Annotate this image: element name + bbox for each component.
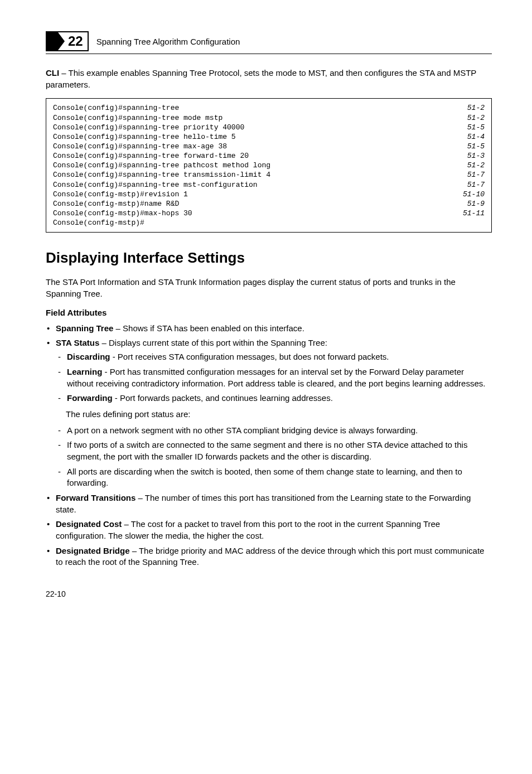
page-header: 22 Spanning Tree Algorithm Configuration [46,31,492,51]
code-line: Console(config)#spanning-tree priority 4… [53,123,485,132]
code-command: Console(config-mstp)#revision 1 [53,190,188,199]
sub-text: - Port receives STA configuration messag… [110,352,389,361]
code-reference [473,218,485,228]
rules-intro: The rules defining port status are: [66,409,492,420]
sub-label: Learning [67,367,102,376]
sta-sub-list: Discarding - Port receives STA configura… [56,351,492,404]
cli-label: CLI [46,68,59,78]
attr-label: Forward Transitions [56,493,136,502]
code-line: Console(config)#spanning-tree forward-ti… [53,151,485,161]
sub-label: Discarding [67,352,110,361]
code-line: Console(config)#spanning-tree transmissi… [53,170,485,180]
rule-text: All ports are discarding when the switch… [67,467,462,488]
code-command: Console(config-mstp)#max-hops 30 [53,209,192,218]
code-command: Console(config)#spanning-tree pathcost m… [53,161,270,170]
list-item: Designated Cost – The cost for a packet … [46,519,492,541]
list-item: Spanning Tree – Shows if STA has been en… [46,323,492,335]
cli-intro: CLI – This example enables Spanning Tree… [46,67,492,90]
code-reference: 51-2 [456,161,485,170]
code-command: Console(config)#spanning-tree mode mstp [53,113,223,123]
list-item: Forwarding - Port forwards packets, and … [56,393,492,404]
code-line: Console(config-mstp)#name R&D51-9 [53,199,485,209]
chapter-title: Spanning Tree Algorithm Configuration [96,37,240,46]
code-line: Console(config)#spanning-tree hello-time… [53,132,485,142]
list-item: STA Status – Displays current state of t… [46,337,492,489]
attr-label: Spanning Tree [56,323,113,333]
code-reference: 51-10 [452,190,485,199]
code-line: Console(config)#spanning-tree mode mstp5… [53,113,485,123]
section-intro: The STA Port Information and STA Trunk I… [46,277,492,299]
code-command: Console(config)#spanning-tree forward-ti… [53,151,249,161]
code-line: Console(config)#spanning-tree pathcost m… [53,161,485,170]
code-reference: 51-2 [456,103,485,113]
rules-list: A port on a network segment with no othe… [56,425,492,489]
code-reference: 51-11 [452,209,485,218]
attr-label: Designated Bridge [56,546,130,555]
chapter-badge: 22 [46,31,89,51]
list-item: All ports are discarding when the switch… [56,466,492,489]
code-command: Console(config-mstp)# [53,218,144,228]
code-reference: 51-2 [456,113,485,123]
code-command: Console(config-mstp)#name R&D [53,199,179,209]
code-command: Console(config)#spanning-tree max-age 38 [53,142,227,151]
attr-text: – Shows if STA has been enabled on this … [113,323,304,333]
code-line: Console(config)#spanning-tree max-age 38… [53,142,485,151]
list-item: If two ports of a switch are connected t… [56,439,492,462]
sub-label: Forwarding [67,393,113,403]
section-heading: Displaying Interface Settings [46,249,492,267]
list-item: A port on a network segment with no othe… [56,425,492,437]
code-line: Console(config-mstp)#revision 151-10 [53,190,485,199]
attr-label: STA Status [56,338,99,347]
sub-text: - Port forwards packets, and continues l… [113,393,333,403]
list-item: Discarding - Port receives STA configura… [56,351,492,363]
code-reference: 51-7 [456,170,485,180]
code-reference: 51-5 [456,123,485,132]
rule-text: A port on a network segment with no othe… [67,425,418,435]
cli-text: – This example enables Spanning Tree Pro… [46,68,476,89]
page-number: 22-10 [46,589,492,598]
code-command: Console(config)#spanning-tree mst-config… [53,180,258,190]
header-divider [46,54,492,54]
code-line: Console(config-mstp)# [53,218,485,228]
code-reference: 51-4 [456,132,485,142]
list-item: Learning - Port has transmitted configur… [56,366,492,389]
code-block: Console(config)#spanning-tree51-2Console… [46,98,492,233]
sub-text: - Port has transmitted configuration mes… [67,367,485,388]
code-command: Console(config)#spanning-tree hello-time… [53,132,236,142]
code-reference: 51-3 [456,151,485,161]
list-item: Forward Transitions – The number of time… [46,492,492,515]
code-reference: 51-9 [456,199,485,209]
code-reference: 51-7 [456,180,485,190]
attr-label: Designated Cost [56,519,122,529]
code-command: Console(config)#spanning-tree priority 4… [53,123,244,132]
code-line: Console(config-mstp)#max-hops 3051-11 [53,209,485,218]
code-line: Console(config)#spanning-tree mst-config… [53,180,485,190]
code-line: Console(config)#spanning-tree51-2 [53,103,485,113]
code-command: Console(config)#spanning-tree [53,103,179,113]
attribute-list: Spanning Tree – Shows if STA has been en… [46,323,492,568]
code-command: Console(config)#spanning-tree transmissi… [53,170,270,180]
rule-text: If two ports of a switch are connected t… [67,440,467,461]
field-attributes-heading: Field Attributes [46,308,492,317]
code-reference: 51-5 [456,142,485,151]
arrow-icon [47,32,58,50]
list-item: Designated Bridge – The bridge priority … [46,545,492,568]
attr-text: – Displays current state of this port wi… [99,338,327,347]
